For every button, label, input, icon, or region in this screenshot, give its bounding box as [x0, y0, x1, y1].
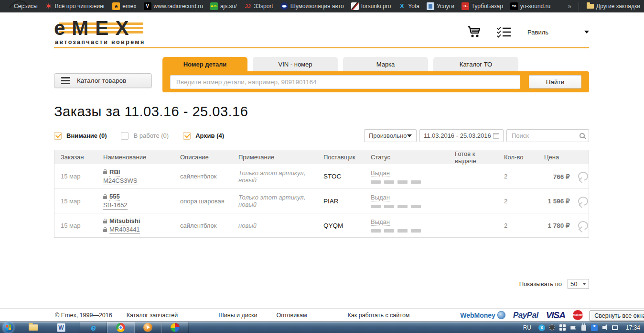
status-progress — [371, 180, 449, 184]
folder-icon — [586, 2, 594, 10]
visa-logo: VISA — [546, 310, 565, 321]
bookmark-33sport[interactable]: 33 33sport — [244, 2, 273, 10]
comment-bubble-icon[interactable] — [578, 197, 588, 206]
orders-search-input[interactable] — [511, 132, 573, 140]
taskbar: W e RU x * 17:34 — [0, 322, 644, 333]
footer-link-tires[interactable]: Шины и диски — [218, 312, 257, 319]
tb-icon: ТБ — [462, 2, 469, 10]
bookmark-shumoizolyaciya[interactable]: Шумоизоляция авто — [280, 2, 344, 10]
taskbar-media-player-button[interactable] — [134, 322, 161, 333]
filter-inwork-checkbox[interactable]: В работе (0) — [121, 132, 169, 140]
windows-logo-icon — [6, 324, 11, 330]
bookmarks-overflow-chevron[interactable]: » — [568, 2, 571, 10]
catalog-button[interactable]: Каталог товаров — [54, 73, 152, 88]
comment-bubble-icon[interactable] — [578, 172, 588, 181]
price-value: 1 780 ₽ — [544, 222, 570, 229]
brand-link[interactable]: RBI — [109, 168, 120, 177]
bookmark-yosound[interactable]: Yo yo-sound.ru — [510, 2, 550, 10]
part-link[interactable]: M24CS3WS — [103, 177, 138, 185]
network-icon[interactable] — [612, 324, 619, 332]
pagesize-row: Показывать по 50 — [54, 279, 589, 289]
part-link[interactable]: SB-1652 — [103, 201, 128, 210]
table-row: 15 мар 555 SB-1652 опора шаровая Только … — [54, 189, 589, 213]
injector-icon — [351, 2, 359, 10]
other-bookmarks-button[interactable]: Другие закладки — [586, 2, 640, 10]
bookmark-ajs[interactable]: AJS ajs.su/ — [210, 2, 237, 10]
tab-catalog-to[interactable]: Каталог ТО — [433, 57, 518, 71]
checkbox-icon — [121, 132, 129, 140]
status-progress — [371, 205, 449, 208]
system-tray: RU x * 17:34 — [523, 324, 644, 332]
date-range-input[interactable]: 11.03.2016 - 25.03.2016 — [419, 129, 504, 142]
site-footer: © Emex, 1999—2016 Каталог запчастей Шины… — [0, 308, 644, 322]
action-center-flag-icon[interactable] — [569, 324, 577, 332]
ajs-icon: AJS — [210, 2, 218, 10]
grid-tray-icon[interactable] — [559, 324, 567, 332]
status-link[interactable]: Выдан — [371, 169, 390, 177]
comment-bubble-icon[interactable] — [578, 221, 588, 230]
bookmark-radiorecord[interactable]: V www.radiorecord.ru — [144, 2, 203, 10]
pagesize-label: Показывать по — [519, 280, 562, 288]
taskbar-explorer-button[interactable] — [25, 322, 42, 333]
chrome-icon — [116, 323, 125, 332]
bookmark-emex[interactable]: e emex — [112, 2, 136, 10]
power-plug-icon[interactable] — [580, 324, 588, 332]
status-link[interactable]: Выдан — [371, 218, 390, 226]
part-link[interactable]: MR403441 — [109, 225, 140, 234]
bookmark-yota[interactable]: X Yota — [398, 2, 419, 10]
part-number-input[interactable] — [170, 75, 520, 89]
chevron-down-icon[interactable] — [584, 31, 589, 33]
record-icon: V — [144, 2, 151, 10]
language-indicator[interactable]: RU — [523, 324, 531, 331]
find-button[interactable]: Найти — [529, 75, 581, 89]
filter-attention-checkbox[interactable]: Внимание (0) — [54, 132, 107, 140]
bookmark-turbobazar[interactable]: ТБ ТурбоБазар — [462, 2, 503, 10]
brand-link[interactable]: Mitsubishi — [109, 217, 140, 225]
footer-link-howto[interactable]: Как работать с сайтом — [348, 312, 410, 319]
checkbox-icon — [183, 132, 191, 140]
user-name[interactable]: Равиль — [527, 29, 548, 36]
footer-link-wholesale[interactable]: Оптовикам — [277, 312, 307, 319]
orders-list-icon[interactable] — [497, 26, 511, 38]
status-link[interactable]: Выдан — [371, 194, 390, 201]
taskbar-app-button[interactable] — [161, 322, 189, 333]
logo-tagline: автозапчасти вовремя — [55, 39, 145, 45]
table-row: 15 мар RBI M24CS3WS сайлентблок Только э… — [54, 164, 589, 189]
folder-icon — [29, 324, 38, 331]
filter-row: Внимание (0) В работе (0) Архив (4) Прои… — [54, 129, 589, 142]
taskbar-chrome-button[interactable] — [107, 322, 134, 333]
payment-logos: WebMoney PayPal VISA MasterCard — [460, 310, 589, 321]
clock[interactable]: 17:34 — [626, 324, 640, 331]
cart-icon[interactable] — [467, 26, 482, 38]
period-select[interactable]: Произвольно — [364, 129, 417, 142]
33sport-icon: 33 — [244, 2, 252, 10]
emex-logo[interactable]: eMEX автозапчасти вовремя — [54, 18, 145, 45]
site-header: eMEX автозапчасти вовремя Равиль — [54, 12, 589, 44]
tab-brand[interactable]: Марка — [343, 57, 428, 71]
taskbar-ie-button[interactable]: e — [80, 322, 107, 333]
yota-icon: X — [398, 2, 406, 10]
checkbox-icon — [54, 132, 62, 140]
bookmark-uslugi[interactable]: Услуги — [427, 2, 454, 10]
yota-tray-icon[interactable]: x — [538, 324, 546, 332]
taskbar-word-button[interactable]: W — [53, 322, 69, 333]
apps-grid-icon — [4, 2, 11, 10]
pagesize-select[interactable]: 50 — [568, 279, 589, 289]
snowflake-tray-icon[interactable]: * — [590, 324, 598, 332]
gear-icon[interactable] — [548, 324, 556, 332]
footer-link-catalog[interactable]: Каталог запчастей — [127, 312, 178, 319]
filter-archive-checkbox[interactable]: Архив (4) — [183, 132, 224, 140]
tab-vin[interactable]: VIN - номер — [253, 57, 338, 71]
building-icon — [427, 2, 434, 10]
bookmarks-bar: Сервисы ✶ Всё про чиптюнинг e emex V www… — [0, 0, 644, 12]
search-icon[interactable] — [580, 133, 585, 138]
tab-part-number[interactable]: Номер детали — [162, 57, 247, 71]
chevron-down-icon — [407, 134, 412, 137]
bookmark-forsunki[interactable]: forsunki.pro — [351, 2, 391, 10]
brand-link[interactable]: 555 — [109, 192, 120, 201]
bookmark-servicy[interactable]: Сервисы — [4, 2, 38, 10]
bookmark-chiptuning[interactable]: ✶ Всё про чиптюнинг — [45, 2, 105, 10]
chevron-down-icon — [582, 283, 586, 285]
volume-icon[interactable] — [601, 324, 609, 332]
start-button[interactable] — [3, 322, 14, 333]
